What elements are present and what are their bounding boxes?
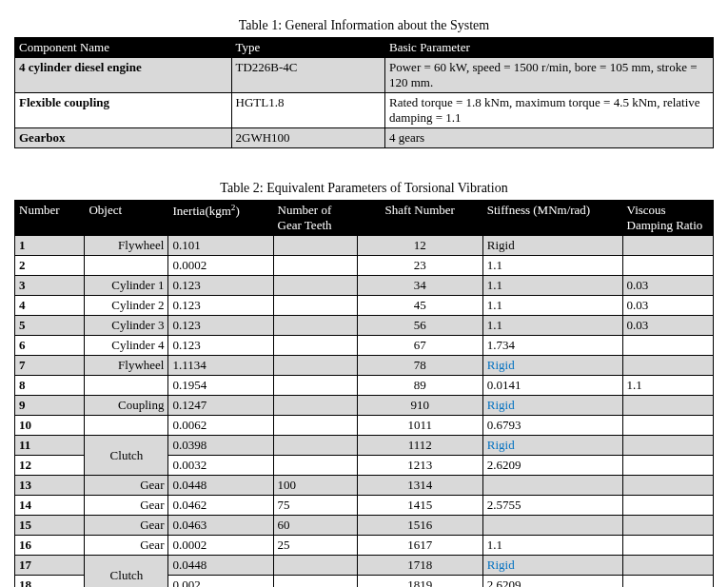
t2-col-inertia: Inertia(kgm2) <box>168 201 273 236</box>
t2-damping: 0.03 <box>622 316 713 336</box>
t2-stiffness: 2.6209 <box>482 456 622 476</box>
t2-damping <box>622 256 713 276</box>
t2-inertia: 0.101 <box>168 236 273 256</box>
t2-number: 4 <box>15 296 85 316</box>
t2-teeth: 75 <box>273 496 357 516</box>
t2-teeth <box>273 316 357 336</box>
t2-shaft: 1516 <box>357 516 482 536</box>
table-row: 1Flywheel0.10112Rigid <box>15 236 714 256</box>
t2-inertia: 0.123 <box>168 296 273 316</box>
t2-stiffness: Rigid <box>482 356 622 376</box>
t1-name: Gearbox <box>15 128 232 148</box>
t2-col-number: Number <box>15 201 85 236</box>
t2-object: Cylinder 3 <box>85 316 168 336</box>
t2-stiffness: 0.6793 <box>482 416 622 436</box>
t2-number: 14 <box>15 496 85 516</box>
t2-damping <box>622 336 713 356</box>
t2-number: 5 <box>15 316 85 336</box>
t2-inertia: 0.1247 <box>168 396 273 416</box>
t2-number: 3 <box>15 276 85 296</box>
t2-stiffness: 1.1 <box>482 256 622 276</box>
table1: Component Name Type Basic Parameter 4 cy… <box>14 37 714 148</box>
t2-damping <box>622 236 713 256</box>
t2-inertia: 0.0463 <box>168 516 273 536</box>
t2-object: Flywheel <box>85 356 168 376</box>
t1-type: HGTL1.8 <box>231 93 384 128</box>
t2-stiffness: Rigid <box>482 396 622 416</box>
t2-teeth <box>273 256 357 276</box>
t2-stiffness <box>482 516 622 536</box>
table-row: 9Coupling0.1247910Rigid <box>15 396 714 416</box>
table-row: 6Cylinder 40.123671.734 <box>15 336 714 356</box>
t2-inertia: 0.0002 <box>168 256 273 276</box>
t2-teeth <box>273 236 357 256</box>
t2-teeth: 100 <box>273 476 357 496</box>
t2-object: Gear <box>85 476 168 496</box>
t2-teeth <box>273 556 357 576</box>
t2-teeth <box>273 276 357 296</box>
t2-teeth <box>273 456 357 476</box>
t2-object <box>85 256 168 276</box>
table-row: 16Gear0.00022516171.1 <box>15 536 714 556</box>
table2-caption: Table 2: Equivalent Parameters of Torsio… <box>14 181 714 196</box>
t1-name: 4 cylinder diesel engine <box>15 58 232 93</box>
t1-param: 4 gears <box>385 128 714 148</box>
table-row: 13Gear0.04481001314 <box>15 476 714 496</box>
t2-inertia: 0.123 <box>168 316 273 336</box>
t2-shaft: 67 <box>357 336 482 356</box>
table2: Number Object Inertia(kgm2) Number of Ge… <box>14 200 714 587</box>
t2-object <box>85 416 168 436</box>
t2-shaft: 45 <box>357 296 482 316</box>
t2-object: Clutch <box>85 556 168 588</box>
t2-shaft: 89 <box>357 376 482 396</box>
t2-number: 18 <box>15 576 85 588</box>
t2-number: 11 <box>15 436 85 456</box>
t2-damping <box>622 396 713 416</box>
t2-number: 7 <box>15 356 85 376</box>
t2-damping: 1.1 <box>622 376 713 396</box>
table-row: 3Cylinder 10.123341.10.03 <box>15 276 714 296</box>
t2-stiffness: 1.1 <box>482 316 622 336</box>
t2-stiffness: 1.1 <box>482 536 622 556</box>
t2-col-teeth: Number of Gear Teeth <box>273 201 357 236</box>
t2-damping <box>622 456 713 476</box>
t2-shaft: 910 <box>357 396 482 416</box>
t2-shaft: 1617 <box>357 536 482 556</box>
t2-number: 13 <box>15 476 85 496</box>
t2-damping <box>622 436 713 456</box>
table-row: 4Cylinder 20.123451.10.03 <box>15 296 714 316</box>
t2-damping <box>622 476 713 496</box>
t2-object: Gear <box>85 516 168 536</box>
t1-col-param: Basic Parameter <box>385 38 714 58</box>
t2-number: 10 <box>15 416 85 436</box>
t2-stiffness: 1.734 <box>482 336 622 356</box>
t2-damping <box>622 496 713 516</box>
t1-name: Flexible coupling <box>15 93 232 128</box>
t2-number: 6 <box>15 336 85 356</box>
t2-inertia: 0.0462 <box>168 496 273 516</box>
table-row: 7Flywheel1.113478Rigid <box>15 356 714 376</box>
t2-shaft: 1718 <box>357 556 482 576</box>
t2-object <box>85 376 168 396</box>
t2-col-stiffness: Stiffness (MNm/rad) <box>482 201 622 236</box>
t2-stiffness: 1.1 <box>482 296 622 316</box>
table-row: Gearbox 2GWH100 4 gears <box>15 128 714 148</box>
t2-damping <box>622 536 713 556</box>
t2-damping <box>622 516 713 536</box>
t2-shaft: 1819 <box>357 576 482 588</box>
t2-stiffness: 0.0141 <box>482 376 622 396</box>
t1-param: Power = 60 kW, speed = 1500 r/min, bore … <box>385 58 714 93</box>
t2-number: 17 <box>15 556 85 576</box>
t2-object: Gear <box>85 496 168 516</box>
table-row: Flexible coupling HGTL1.8 Rated torque =… <box>15 93 714 128</box>
t1-type: TD226B-4C <box>231 58 384 93</box>
t2-shaft: 1011 <box>357 416 482 436</box>
t2-damping: 0.03 <box>622 276 713 296</box>
t2-shaft: 12 <box>357 236 482 256</box>
t2-object: Coupling <box>85 396 168 416</box>
t2-shaft: 78 <box>357 356 482 376</box>
t2-teeth <box>273 296 357 316</box>
table-row: 5Cylinder 30.123561.10.03 <box>15 316 714 336</box>
table-row: 100.006210110.6793 <box>15 416 714 436</box>
t2-inertia: 0.1954 <box>168 376 273 396</box>
